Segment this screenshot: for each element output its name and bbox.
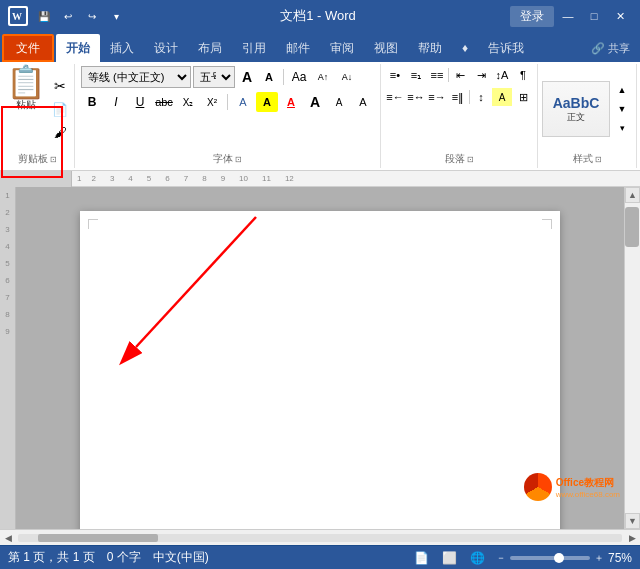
ribbon-tabs-row: 文件 开始 插入 设计 布局 引用 邮件 审阅 视图 帮助 ♦ 告诉我 🔗 共享 bbox=[0, 32, 640, 62]
font-size-select[interactable]: 五号 bbox=[193, 66, 235, 88]
document-page[interactable] bbox=[80, 211, 560, 529]
redo-quick-btn[interactable]: ↪ bbox=[82, 6, 102, 26]
styles-gallery[interactable]: AaBbC 正文 bbox=[542, 81, 610, 137]
h-scroll-track[interactable] bbox=[18, 534, 622, 542]
justify-button[interactable]: ≡‖ bbox=[448, 88, 468, 106]
text-effect-button[interactable]: A bbox=[232, 92, 254, 112]
tab-insert[interactable]: 插入 bbox=[100, 34, 144, 62]
zoom-thumb[interactable] bbox=[554, 553, 564, 563]
paragraph-group: ≡• ≡₁ ≡≡ ⇤ ⇥ ↕A ¶ ≡← ≡↔ ≡→ ≡‖ ↕ A bbox=[381, 64, 538, 168]
decrease-indent-button[interactable]: ⇤ bbox=[450, 66, 470, 84]
increase-indent-button[interactable]: ⇥ bbox=[471, 66, 491, 84]
login-button[interactable]: 登录 bbox=[510, 6, 554, 27]
styles-expand-icon[interactable]: ⊡ bbox=[595, 155, 602, 164]
aa-lower-button[interactable]: A↓ bbox=[336, 67, 358, 87]
styles-scroll-up[interactable]: ▲ bbox=[612, 81, 632, 99]
close-button[interactable]: ✕ bbox=[608, 4, 632, 28]
qa-dropdown-btn[interactable]: ▾ bbox=[106, 6, 126, 26]
read-view-button[interactable]: 📄 bbox=[412, 550, 432, 566]
document-area[interactable]: Office教程网 www.office68.com bbox=[16, 187, 624, 529]
clear-btn2[interactable]: A bbox=[352, 92, 374, 112]
office-text-block: Office教程网 www.office68.com bbox=[556, 476, 620, 499]
scroll-track[interactable] bbox=[625, 203, 640, 513]
align-center-button[interactable]: ≡↔ bbox=[406, 88, 426, 106]
bold-button[interactable]: B bbox=[81, 92, 103, 112]
font-grow-button[interactable]: A bbox=[237, 67, 257, 87]
save-quick-btn[interactable]: 💾 bbox=[34, 6, 54, 26]
highlight-button[interactable]: A bbox=[256, 92, 278, 112]
sort-button[interactable]: ↕A bbox=[492, 66, 512, 84]
scroll-thumb[interactable] bbox=[625, 207, 639, 247]
tab-design[interactable]: 设计 bbox=[144, 34, 188, 62]
align-right-button[interactable]: ≡→ bbox=[427, 88, 447, 106]
copy-button[interactable]: 📄 bbox=[50, 99, 70, 119]
status-right: 📄 ⬜ 🌐 － ＋ 75% bbox=[412, 550, 632, 566]
underline-button[interactable]: U bbox=[129, 92, 151, 112]
office-circle-icon bbox=[524, 473, 552, 501]
aa-button[interactable]: A↑ bbox=[312, 67, 334, 87]
tab-view[interactable]: 视图 bbox=[364, 34, 408, 62]
tab-review[interactable]: 审阅 bbox=[320, 34, 364, 62]
shading-button[interactable]: A bbox=[492, 88, 512, 106]
tab-mailings[interactable]: 邮件 bbox=[276, 34, 320, 62]
h-scroll-thumb[interactable] bbox=[38, 534, 158, 542]
styles-scroll-down[interactable]: ▼ bbox=[612, 100, 632, 118]
bullet-list-button[interactable]: ≡• bbox=[385, 66, 405, 84]
font-shrink-button[interactable]: A bbox=[259, 67, 279, 87]
web-layout-button[interactable]: 🌐 bbox=[468, 550, 488, 566]
tab-help[interactable]: 帮助 bbox=[408, 34, 452, 62]
subscript-button[interactable]: X₂ bbox=[177, 92, 199, 112]
font-name-select[interactable]: 等线 (中文正文) bbox=[81, 66, 191, 88]
tab-reference[interactable]: 引用 bbox=[232, 34, 276, 62]
border-button[interactable]: ⊞ bbox=[513, 88, 533, 106]
styles-more[interactable]: ▾ bbox=[612, 119, 632, 137]
tab-tell-me[interactable]: 告诉我 bbox=[478, 34, 534, 62]
superscript-button[interactable]: X² bbox=[201, 92, 223, 112]
undo-quick-btn[interactable]: ↩ bbox=[58, 6, 78, 26]
font-row1: 等线 (中文正文) 五号 A A Aa A↑ A↓ bbox=[81, 66, 358, 88]
paragraph-content: ≡• ≡₁ ≡≡ ⇤ ⇥ ↕A ¶ ≡← ≡↔ ≡→ ≡‖ ↕ A bbox=[385, 66, 533, 152]
window-title: 文档1 - Word bbox=[126, 7, 510, 25]
word-count: 0 个字 bbox=[107, 549, 141, 566]
tab-diamond[interactable]: ♦ bbox=[452, 34, 478, 62]
zoom-slider[interactable] bbox=[510, 556, 590, 560]
minimize-button[interactable]: — bbox=[556, 4, 580, 28]
zoom-out-button[interactable]: － bbox=[496, 551, 506, 565]
para-expand-icon[interactable]: ⊡ bbox=[467, 155, 474, 164]
format-paint-button[interactable]: 🖌 bbox=[50, 122, 70, 142]
font-expand-icon[interactable]: ⊡ bbox=[235, 155, 242, 164]
number-list-button[interactable]: ≡₁ bbox=[406, 66, 426, 84]
tab-file[interactable]: 文件 bbox=[2, 34, 54, 62]
line-spacing-button[interactable]: ↕ bbox=[471, 88, 491, 106]
divider1 bbox=[283, 69, 284, 85]
show-marks-button[interactable]: ¶ bbox=[513, 66, 533, 84]
font-size-dn2[interactable]: A bbox=[328, 92, 350, 112]
font-size-up2[interactable]: A bbox=[304, 92, 326, 112]
scroll-right-button[interactable]: ▶ bbox=[624, 530, 640, 546]
share-button[interactable]: 🔗 共享 bbox=[581, 34, 640, 62]
strikethrough-button[interactable]: abc bbox=[153, 92, 175, 112]
styles-group: AaBbC 正文 ▲ ▼ ▾ 样式 ⊡ bbox=[538, 64, 637, 168]
ruler-corner bbox=[0, 171, 72, 187]
restore-button[interactable]: □ bbox=[582, 4, 606, 28]
office-brand-name: Office教程网 bbox=[556, 476, 620, 490]
multilevel-list-button[interactable]: ≡≡ bbox=[427, 66, 447, 84]
tab-home[interactable]: 开始 bbox=[56, 34, 100, 62]
scroll-up-button[interactable]: ▲ bbox=[625, 187, 640, 203]
cut-button[interactable]: ✂ bbox=[50, 76, 70, 96]
para-divider2 bbox=[469, 90, 470, 104]
italic-button[interactable]: I bbox=[105, 92, 127, 112]
bottom-area: ◀ ▶ 第 1 页，共 1 页 0 个字 中文(中国) 📄 ⬜ 🌐 － bbox=[0, 529, 640, 569]
scroll-down-button[interactable]: ▼ bbox=[625, 513, 640, 529]
page-corner-tr bbox=[542, 219, 552, 229]
print-layout-button[interactable]: ⬜ bbox=[440, 550, 460, 566]
font-color-button[interactable]: A bbox=[280, 92, 302, 112]
font-row2: B I U abc X₂ X² A A A A A A bbox=[81, 92, 374, 112]
zoom-in-button[interactable]: ＋ bbox=[594, 551, 604, 565]
paste-button[interactable]: 📋 粘贴 bbox=[4, 66, 48, 152]
clipboard-expand-icon[interactable]: ⊡ bbox=[50, 155, 57, 164]
scroll-left-button[interactable]: ◀ bbox=[0, 530, 16, 546]
clear-format-button[interactable]: Aa bbox=[288, 67, 310, 87]
align-left-button[interactable]: ≡← bbox=[385, 88, 405, 106]
tab-layout[interactable]: 布局 bbox=[188, 34, 232, 62]
